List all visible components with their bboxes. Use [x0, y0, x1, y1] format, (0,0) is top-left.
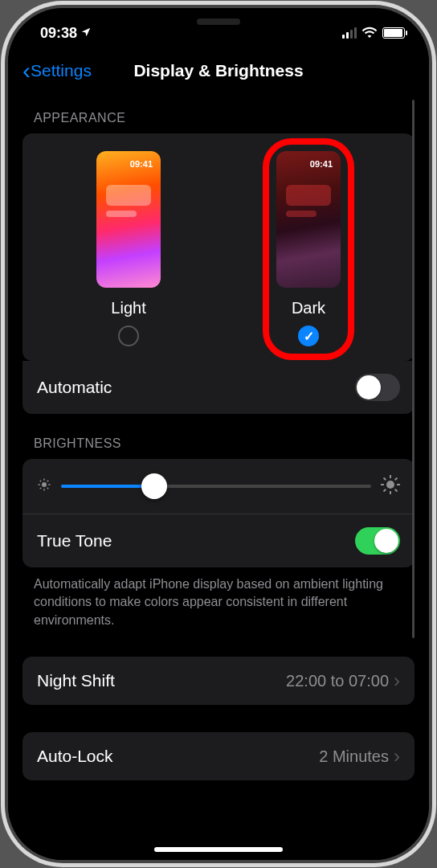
- brightness-panel: True Tone: [22, 459, 415, 567]
- back-label: Settings: [31, 61, 92, 80]
- notch: [126, 8, 311, 35]
- true-tone-footnote: Automatically adapt iPhone display based…: [22, 567, 415, 629]
- battery-icon: [382, 27, 405, 39]
- svg-line-8: [47, 481, 49, 482]
- phone-frame: 09:38 ‹ Settings Display & Brightness AP…: [8, 8, 429, 860]
- back-button[interactable]: ‹ Settings: [22, 59, 92, 83]
- svg-line-15: [395, 489, 398, 492]
- night-shift-row[interactable]: Night Shift 22:00 to 07:00 ›: [22, 657, 415, 705]
- night-shift-value: 22:00 to 07:00: [286, 672, 389, 690]
- night-shift-label: Night Shift: [37, 671, 115, 690]
- auto-lock-panel: Auto-Lock 2 Minutes ›: [22, 732, 415, 780]
- brightness-low-icon: [37, 477, 51, 495]
- brightness-slider-knob[interactable]: [141, 473, 167, 499]
- status-time: 09:38: [40, 25, 77, 42]
- auto-lock-row[interactable]: Auto-Lock 2 Minutes ›: [22, 732, 415, 780]
- true-tone-toggle[interactable]: [355, 527, 400, 555]
- brightness-header: BRIGHTNESS: [22, 414, 415, 459]
- auto-lock-label: Auto-Lock: [37, 747, 113, 766]
- true-tone-row: True Tone: [22, 514, 415, 567]
- appearance-panel: 09:41 Light 09:41: [22, 133, 415, 361]
- thumb-time-dark: 09:41: [310, 159, 333, 169]
- svg-line-14: [384, 478, 386, 481]
- true-tone-label: True Tone: [37, 531, 112, 551]
- brightness-high-icon: [381, 475, 400, 497]
- chevron-right-icon: ›: [394, 745, 400, 768]
- automatic-row: Automatic: [22, 361, 415, 414]
- theme-option-light[interactable]: 09:41 Light: [60, 151, 197, 346]
- home-indicator[interactable]: [154, 847, 283, 852]
- svg-line-7: [40, 488, 42, 489]
- svg-point-0: [42, 482, 47, 487]
- svg-line-17: [395, 478, 398, 481]
- brightness-slider[interactable]: [61, 485, 371, 488]
- theme-radio-dark[interactable]: [298, 326, 319, 346]
- content[interactable]: APPEARANCE 09:41 Light: [22, 93, 415, 860]
- chevron-left-icon: ‹: [22, 59, 31, 83]
- auto-lock-value: 2 Minutes: [319, 747, 389, 766]
- automatic-label: Automatic: [37, 378, 112, 397]
- svg-line-16: [384, 489, 386, 492]
- svg-line-5: [40, 481, 42, 482]
- screen: ‹ Settings Display & Brightness APPEARAN…: [8, 48, 429, 860]
- theme-radio-light[interactable]: [118, 326, 139, 346]
- scrollbar[interactable]: [412, 100, 415, 638]
- theme-label-dark: Dark: [292, 299, 325, 317]
- navigation-bar: ‹ Settings Display & Brightness: [8, 48, 429, 93]
- theme-thumbnail-light: 09:41: [96, 151, 161, 288]
- cellular-signal-icon: [342, 27, 357, 39]
- night-shift-panel: Night Shift 22:00 to 07:00 ›: [22, 657, 415, 705]
- chevron-right-icon: ›: [394, 669, 400, 692]
- theme-thumbnail-dark: 09:41: [276, 151, 341, 288]
- theme-label-light: Light: [111, 299, 145, 317]
- svg-line-6: [47, 488, 49, 489]
- location-icon: [80, 25, 92, 42]
- wifi-icon: [361, 25, 378, 42]
- thumb-time-light: 09:41: [130, 159, 153, 169]
- theme-option-dark[interactable]: 09:41 Dark: [240, 151, 377, 346]
- brightness-slider-row: [22, 459, 415, 514]
- svg-point-9: [386, 481, 394, 489]
- automatic-toggle[interactable]: [355, 374, 400, 401]
- appearance-header: APPEARANCE: [22, 93, 415, 133]
